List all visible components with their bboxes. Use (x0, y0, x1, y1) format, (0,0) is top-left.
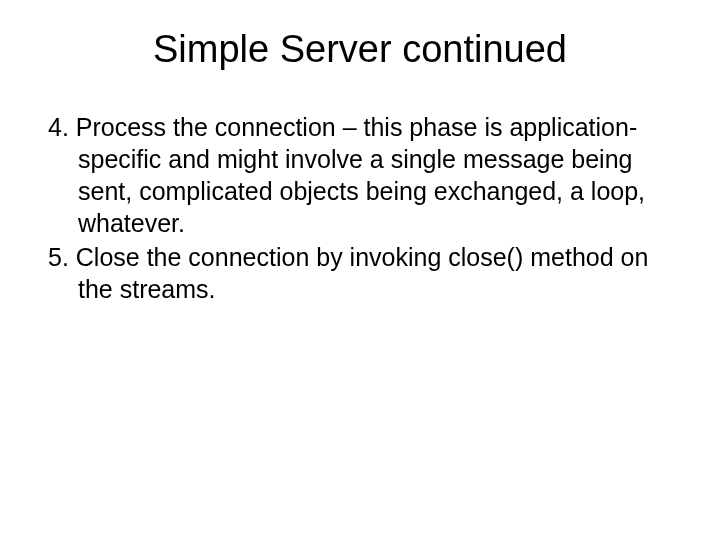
slide-title: Simple Server continued (40, 28, 680, 71)
list-item-text: Process the connection – this phase is a… (76, 113, 645, 237)
list-item: 5. Close the connection by invoking clos… (48, 241, 660, 305)
list-item-text: Close the connection by invoking close()… (76, 243, 649, 303)
slide: Simple Server continued 4. Process the c… (0, 0, 720, 540)
list-item-number: 4. (48, 113, 69, 141)
slide-content: 4. Process the connection – this phase i… (40, 111, 680, 305)
list-item-number: 5. (48, 243, 69, 271)
list-item: 4. Process the connection – this phase i… (48, 111, 660, 239)
